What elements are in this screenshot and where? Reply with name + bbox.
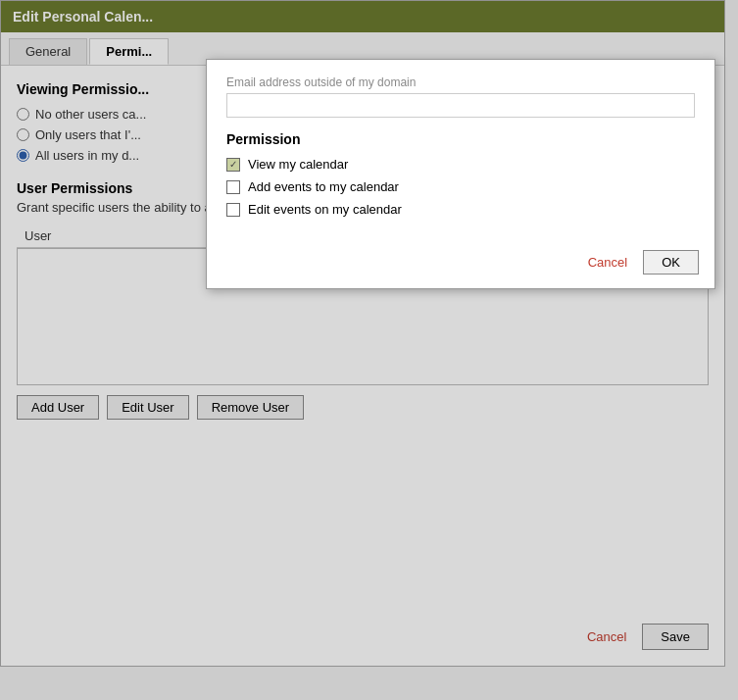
permission-edit-label: Edit events on my calendar [248, 202, 402, 217]
popup-buttons: Cancel OK [207, 240, 714, 288]
permission-edit: Edit events on my calendar [226, 202, 695, 217]
permission-view: View my calendar [226, 157, 695, 172]
email-label: Email address outside of my domain [226, 75, 695, 89]
checkbox-view-calendar[interactable] [226, 158, 240, 172]
permission-add-label: Add events to my calendar [248, 179, 399, 194]
email-input[interactable] [226, 93, 695, 118]
permission-view-label: View my calendar [248, 157, 348, 172]
checkbox-edit-events[interactable] [226, 203, 240, 217]
checkbox-add-events[interactable] [226, 180, 240, 194]
popup-cancel-button[interactable]: Cancel [580, 251, 635, 274]
popup-dialog: Email address outside of my domain Permi… [206, 59, 715, 289]
popup-ok-button[interactable]: OK [643, 250, 699, 275]
popup-content: Email address outside of my domain Permi… [207, 60, 714, 240]
popup-permission-title: Permission [226, 131, 695, 147]
permission-add: Add events to my calendar [226, 179, 695, 194]
